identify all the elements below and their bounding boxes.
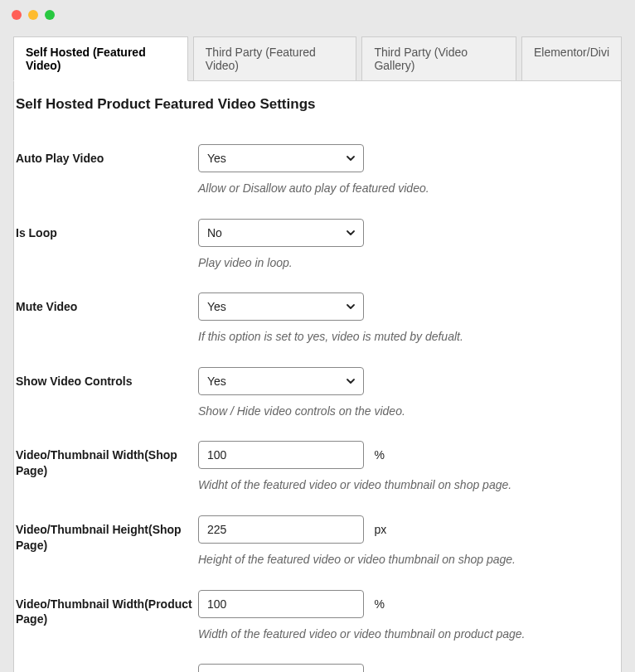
loop-select[interactable] [198,219,364,247]
loop-label: Is Loop [16,219,198,241]
tab-third-party-featured[interactable]: Third Party (Featured Video) [193,36,357,80]
product-width-unit: % [374,597,384,611]
tabs-bar: Self Hosted (Featured Video) Third Party… [0,30,635,80]
field-row-mute: Mute Video If this option is set to yes,… [14,278,621,352]
field-row-shop-width: Video/Thumbnail Width(Shop Page) % Widht… [14,426,621,500]
product-width-label: Video/Thumbnail Width(Product Page) [16,590,198,628]
field-row-product-width: Video/Thumbnail Width(Product Page) % Wi… [14,575,621,650]
minimize-icon[interactable] [28,10,38,20]
product-width-input[interactable] [198,590,364,618]
mute-label: Mute Video [16,292,198,315]
maximize-icon[interactable] [45,10,55,20]
shop-width-input[interactable] [198,441,364,469]
field-row-loop: Is Loop Play video in loop. [14,204,621,278]
controls-help: Show / Hide video controls on the video. [198,404,619,420]
autoplay-select[interactable] [198,144,364,172]
product-height-input[interactable] [198,664,364,672]
product-height-label: Video/Thumbnail Height(Product Page) [16,664,198,672]
shop-height-help: Height of the featured video or video th… [198,552,619,568]
field-row-controls: Show Video Controls Show / Hide video co… [14,352,621,427]
window-titlebar [0,0,635,30]
controls-select[interactable] [198,367,364,395]
shop-height-unit: px [374,523,386,536]
field-row-shop-height: Video/Thumbnail Height(Shop Page) px Hei… [14,500,621,575]
loop-help: Play video in loop. [198,255,619,272]
field-row-product-height: Video/Thumbnail Height(Product Page) px … [14,649,621,672]
product-width-help: Width of the featured video or video thu… [198,626,619,643]
close-icon[interactable] [12,10,22,20]
tab-elementor-divi[interactable]: Elementor/Divi [521,36,622,80]
shop-width-label: Video/Thumbnail Width(Shop Page) [16,441,198,479]
controls-label: Show Video Controls [16,367,198,389]
shop-height-label: Video/Thumbnail Height(Shop Page) [16,515,198,554]
autoplay-help: Allow or Disallow auto play of featured … [198,181,619,197]
shop-width-unit: % [374,448,384,462]
panel-title: Self Hosted Product Featured Video Setti… [14,81,621,123]
tab-self-hosted[interactable]: Self Hosted (Featured Video) [13,36,188,81]
mute-help: If this option is set to yes, video is m… [198,329,619,346]
autoplay-label: Auto Play Video [16,144,198,167]
app-window: Self Hosted (Featured Video) Third Party… [0,0,635,672]
field-row-autoplay: Auto Play Video Allow or Disallow auto p… [14,129,621,204]
settings-panel: Self Hosted Product Featured Video Setti… [13,80,622,672]
tab-third-party-gallery[interactable]: Third Party (Video Gallery) [361,36,516,80]
shop-width-help: Widht of the featured video or video thu… [198,477,619,494]
shop-height-input[interactable] [198,515,364,544]
mute-select[interactable] [198,292,364,321]
